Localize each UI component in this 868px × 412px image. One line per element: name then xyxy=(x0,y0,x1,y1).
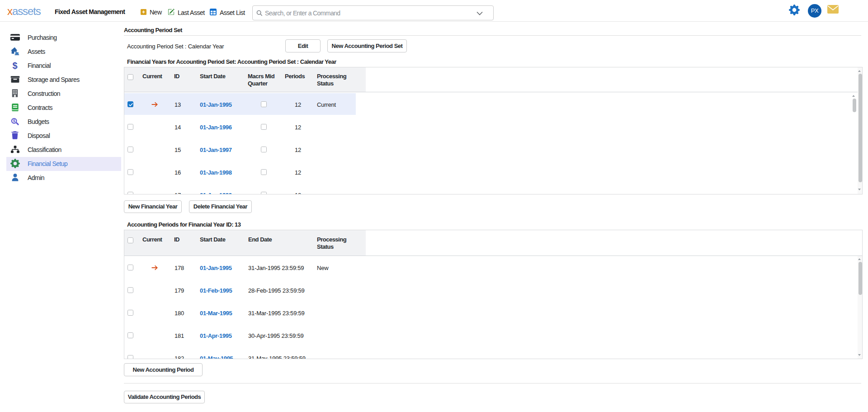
svg-text:$: $ xyxy=(13,118,15,123)
